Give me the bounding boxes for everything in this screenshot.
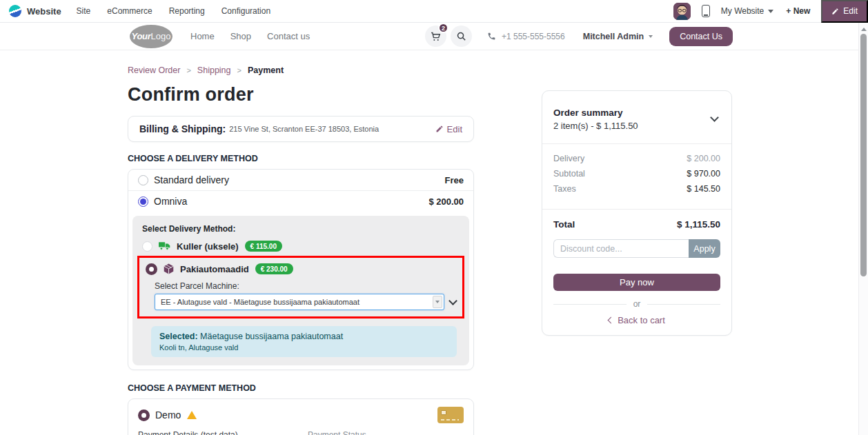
summary-row-taxes: Taxes $ 145.50 xyxy=(553,184,720,199)
parcel-machine-value: EE - Alutaguse vald - Mäetaguse bussijaa… xyxy=(161,298,359,306)
pencil-icon xyxy=(435,125,444,133)
payment-status-label: Payment Status xyxy=(308,430,464,435)
site-header: YourLogo Home Shop Contact us 2 +1 555-5… xyxy=(0,23,868,50)
delivery-section-title: CHOOSE A DELIVERY METHOD xyxy=(128,154,474,163)
menu-ecommerce[interactable]: eCommerce xyxy=(107,6,152,16)
mobile-preview-icon[interactable] xyxy=(702,5,710,17)
vertical-scrollbar[interactable] xyxy=(858,23,868,435)
order-summary-header[interactable]: Order summary 2 item(s) - $ 1,115.50 xyxy=(542,91,731,143)
caret-down-icon xyxy=(768,10,773,13)
site-nav: Home Shop Contact us xyxy=(190,31,310,41)
billing-address: 215 Vine St, Scranton EE-37 18503, Eston… xyxy=(229,125,379,133)
user-menu[interactable]: Mitchell Admin xyxy=(583,32,653,41)
payment-method-card: Demo Payment Details (test data) Payment… xyxy=(128,398,474,435)
phone-number: +1 555-555-5556 xyxy=(502,32,565,41)
website-switcher-label: My Website xyxy=(721,6,764,16)
delivery-methods-card: Standard delivery Free Omniva $ 200.00 S… xyxy=(128,169,474,370)
menu-reporting[interactable]: Reporting xyxy=(169,6,205,16)
summary-row-label: Taxes xyxy=(553,184,576,199)
search-icon xyxy=(456,31,466,41)
chevron-left-icon xyxy=(608,317,615,324)
summary-row-label: Delivery xyxy=(553,154,584,169)
summary-row-label: Subtotal xyxy=(553,169,585,184)
method-panel-title: Select Delivery Method: xyxy=(142,224,460,234)
edit-button-label: Edit xyxy=(843,6,858,16)
nav-home[interactable]: Home xyxy=(190,31,215,41)
back-to-cart-link[interactable]: Back to cart xyxy=(542,315,731,325)
odoo-website-app-icon[interactable] xyxy=(9,5,21,17)
website-switcher[interactable]: My Website xyxy=(721,6,773,16)
new-button[interactable]: + New xyxy=(786,6,810,16)
payment-details-field-group: Payment Details (test data) xyxy=(138,430,294,435)
or-label: or xyxy=(633,299,641,309)
total-value: $ 1,115.50 xyxy=(677,219,720,230)
parcel-machine-label: Select Parcel Machine: xyxy=(155,281,456,291)
breadcrumb-payment: Payment xyxy=(248,65,284,75)
contact-us-button[interactable]: Contact Us xyxy=(669,27,733,46)
payment-option-demo[interactable]: Demo xyxy=(138,407,464,423)
user-name: Mitchell Admin xyxy=(583,32,644,41)
discount-code-input[interactable] xyxy=(553,239,689,258)
user-avatar[interactable] xyxy=(673,3,691,20)
pencil-icon xyxy=(831,8,839,15)
delivery-option-price: $ 200.00 xyxy=(428,196,464,207)
menu-site[interactable]: Site xyxy=(77,6,91,16)
scroll-up-arrow-icon[interactable] xyxy=(861,28,867,31)
edit-address-link[interactable]: Edit xyxy=(435,124,462,134)
radio-unchecked-icon[interactable] xyxy=(138,175,148,185)
delivery-option-standard[interactable]: Standard delivery Free xyxy=(128,170,473,190)
logo-text-bold: Your xyxy=(132,31,151,41)
billing-shipping-card: Billing & Shipping: 215 Vine St, Scranto… xyxy=(128,116,474,142)
method-option-pakiautomaadid[interactable]: Pakiautomaadid € 230.00 xyxy=(146,261,456,276)
summary-row-delivery: Delivery $ 200.00 xyxy=(553,154,720,169)
apply-discount-button[interactable]: Apply xyxy=(689,239,720,258)
summary-total-row: Total $ 1,115.50 xyxy=(542,210,731,232)
site-header-right: 2 +1 555-555-5556 Mitchell Admin Contact… xyxy=(425,26,733,47)
payment-status-field-group: Payment Status Successful xyxy=(308,430,464,435)
radio-unchecked-icon[interactable] xyxy=(142,241,152,252)
nav-contact-us[interactable]: Contact us xyxy=(267,31,310,41)
payment-details-label: Payment Details (test data) xyxy=(138,430,294,435)
delivery-option-name: Omniva xyxy=(154,196,187,207)
selected-parcel-info: Selected: Mäetaguse bussijaama pakiautom… xyxy=(151,326,457,357)
phone-link[interactable]: +1 555-555-5556 xyxy=(487,32,565,41)
app-name[interactable]: Website xyxy=(27,6,61,17)
delivery-option-name: Standard delivery xyxy=(154,174,229,185)
radio-checked-icon[interactable] xyxy=(138,409,150,421)
order-summary-items: 2 item(s) - $ 1,115.50 xyxy=(553,121,720,131)
logo-text-light: Logo xyxy=(151,31,171,41)
nav-shop[interactable]: Shop xyxy=(230,31,251,41)
breadcrumb-shipping[interactable]: Shipping xyxy=(197,65,231,75)
breadcrumb-separator: > xyxy=(237,66,241,74)
method-option-kuller[interactable]: Kuller (uksele) € 115.00 xyxy=(142,239,460,254)
page: Website Site eCommerce Reporting Configu… xyxy=(0,0,868,435)
edit-button[interactable]: Edit xyxy=(821,0,868,23)
credit-card-icon xyxy=(437,407,464,423)
search-button[interactable] xyxy=(451,26,472,47)
back-to-cart-label: Back to cart xyxy=(618,315,665,325)
summary-row-subtotal: Subtotal $ 970.00 xyxy=(553,169,720,184)
cart-button[interactable]: 2 xyxy=(425,26,446,47)
billing-shipping-label: Billing & Shipping: xyxy=(139,123,226,134)
backend-topbar: Website Site eCommerce Reporting Configu… xyxy=(0,0,868,23)
parcel-machine-select[interactable]: EE - Alutaguse vald - Mäetaguse bussijaa… xyxy=(155,294,444,310)
select-arrow-icon[interactable] xyxy=(433,296,442,308)
summary-row-value: $ 970.00 xyxy=(687,169,720,184)
order-summary-title: Order summary xyxy=(553,108,720,118)
omniva-method-panel: Select Delivery Method: Kuller (uksele) … xyxy=(132,216,469,365)
scrollbar-thumb[interactable] xyxy=(860,34,867,276)
menu-configuration[interactable]: Configuration xyxy=(221,6,270,16)
truck-icon xyxy=(159,241,170,251)
main-content: Review Order > Shipping > Payment Confir… xyxy=(0,50,868,435)
breadcrumb-review-order[interactable]: Review Order xyxy=(128,65,180,75)
radio-checked-icon[interactable] xyxy=(138,196,148,207)
pay-now-button[interactable]: Pay now xyxy=(553,274,720,291)
site-logo[interactable]: YourLogo xyxy=(130,25,172,48)
delivery-option-omniva[interactable]: Omniva $ 200.00 xyxy=(128,190,473,212)
backend-menu: Site eCommerce Reporting Configuration xyxy=(77,6,270,16)
or-divider: or xyxy=(553,299,720,309)
breadcrumb-separator: > xyxy=(186,66,190,74)
page-title: Confirm order xyxy=(128,84,474,105)
radio-checked-icon[interactable] xyxy=(146,263,157,275)
chevron-down-icon[interactable] xyxy=(448,296,457,305)
